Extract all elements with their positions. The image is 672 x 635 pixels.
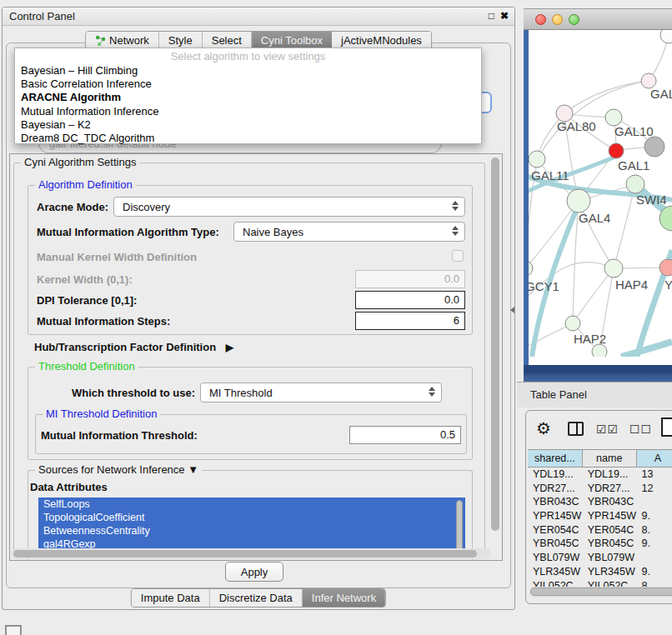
table-cell bbox=[637, 551, 672, 565]
network-edge[interactable] bbox=[573, 268, 614, 323]
spinner-arrows-icon bbox=[452, 226, 459, 236]
attribute-item-selfloops[interactable]: SelfLoops bbox=[38, 498, 465, 511]
hub-definition-expander[interactable]: Hub/Transcription Factor Definition ▶ bbox=[34, 341, 233, 353]
network-node[interactable] bbox=[626, 175, 644, 193]
tab-select[interactable]: Select bbox=[203, 32, 252, 49]
table-cell: YBR043C bbox=[528, 495, 583, 509]
mi-type-value: Naive Bayes bbox=[243, 226, 303, 238]
which-threshold-select[interactable]: MI Threshold bbox=[200, 382, 442, 402]
table-row[interactable]: YPR145WYPR145W9. bbox=[528, 509, 672, 523]
tab-style[interactable]: Style bbox=[159, 32, 203, 49]
table-row[interactable]: YER054CYER054C8. bbox=[528, 523, 672, 538]
network-node[interactable] bbox=[609, 143, 624, 158]
attribute-list-scrollbar[interactable] bbox=[456, 500, 464, 552]
network-node[interactable] bbox=[604, 259, 623, 278]
node-label-y: Y bbox=[664, 278, 672, 292]
network-node[interactable] bbox=[659, 259, 672, 276]
table-row[interactable]: YLR345WYLR345W9. bbox=[528, 565, 672, 579]
table-horizontal-scrollbar[interactable] bbox=[529, 587, 672, 597]
algorithm-option-dream8-dc-tdc-algorithm[interactable]: Dream8 DC_TDC Algorithm bbox=[15, 132, 481, 145]
columns-icon[interactable] bbox=[568, 422, 584, 436]
float-window-icon[interactable]: □ bbox=[489, 10, 494, 22]
expand-right-icon: ▶ bbox=[226, 342, 233, 353]
network-node[interactable] bbox=[565, 316, 580, 331]
algorithm-option-aracne-algorithm[interactable]: ARACNE Algorithm bbox=[15, 91, 481, 104]
network-node[interactable] bbox=[660, 30, 672, 43]
mi-type-select[interactable]: Naive Bayes bbox=[233, 222, 465, 242]
mi-steps-field[interactable]: 6 bbox=[355, 312, 465, 330]
algorithm-option-basic-correlation-inference[interactable]: Basic Correlation Inference bbox=[15, 78, 481, 91]
algorithm-option-mutual-information-inference[interactable]: Mutual Information Inference bbox=[15, 105, 481, 118]
settings-vertical-scrollbar[interactable] bbox=[489, 155, 501, 549]
kernel-width-field[interactable]: 0.0 bbox=[355, 270, 465, 288]
threshold-definition-group: Threshold Definition Which threshold to … bbox=[28, 367, 473, 460]
table-cell: YBR045C bbox=[528, 537, 583, 551]
algorithm-definition-title: Algorithm Definition bbox=[35, 178, 136, 191]
aracne-mode-label: Aracne Mode: bbox=[37, 201, 108, 213]
table-row[interactable]: YBL079WYBL079W bbox=[528, 551, 672, 565]
aracne-mode-select[interactable]: Discovery bbox=[113, 197, 465, 217]
table-cell: YDL19... bbox=[528, 468, 583, 482]
attribute-item-topologicalcoefficient[interactable]: TopologicalCoefficient bbox=[38, 511, 465, 524]
network-edge[interactable] bbox=[564, 81, 649, 113]
tab-infer-network[interactable]: Infer Network bbox=[303, 589, 385, 607]
threshold-definition-title: Threshold Definition bbox=[35, 360, 138, 372]
mi-threshold-field[interactable]: 0.5 bbox=[349, 426, 461, 444]
column-header-name[interactable]: name bbox=[583, 450, 637, 467]
deselect-all-checkboxes-icon[interactable]: ☐☐ bbox=[629, 422, 652, 436]
table-row[interactable]: YBR043CYBR043C bbox=[528, 495, 672, 509]
minimized-panel-icon[interactable] bbox=[5, 625, 22, 635]
tab-label: Infer Network bbox=[312, 592, 376, 604]
gear-icon[interactable]: ⚙ bbox=[536, 418, 551, 438]
tab-label: Network bbox=[109, 34, 149, 47]
tab-discretize-data[interactable]: Discretize Data bbox=[210, 589, 303, 607]
tab-network[interactable]: Network bbox=[86, 32, 159, 49]
dpi-tolerance-label: DPI Tolerance [0,1]: bbox=[37, 294, 137, 307]
network-graph[interactable]: GALGAL80GAL10GAL1GAL11SWI4GAL4GCY1HAP4YH… bbox=[529, 30, 672, 357]
attribute-item-betweennesscentrality[interactable]: BetweennessCentrality bbox=[38, 524, 465, 538]
algorithm-option-bayesian-k2[interactable]: Bayesian – K2 bbox=[15, 118, 481, 132]
minimize-traffic-light-icon[interactable] bbox=[552, 14, 563, 25]
new-table-icon[interactable] bbox=[661, 418, 672, 437]
node-table[interactable]: shared...nameAYDL19...YDL19...13YDR27...… bbox=[528, 449, 672, 603]
network-window-frame-bottom bbox=[524, 365, 672, 373]
tab-jactivemnodules[interactable]: jActiveMNodules bbox=[332, 32, 431, 49]
manual-kernel-checkbox[interactable] bbox=[452, 250, 464, 262]
zoom-traffic-light-icon[interactable] bbox=[569, 14, 579, 25]
network-node[interactable] bbox=[605, 109, 622, 126]
close-icon[interactable]: ✖ bbox=[500, 10, 509, 22]
network-node[interactable] bbox=[567, 189, 590, 212]
algorithm-option-bayesian-hill-climbing[interactable]: Bayesian – Hill Climbing bbox=[15, 64, 481, 78]
split-collapse-arrow-icon[interactable] bbox=[510, 307, 514, 313]
network-edge[interactable] bbox=[621, 342, 672, 357]
algorithm-definition-group: Algorithm Definition Aracne Mode: Discov… bbox=[28, 185, 473, 335]
column-header-a[interactable]: A bbox=[637, 450, 672, 467]
table-row[interactable]: YDR27...YDR27...12 bbox=[528, 482, 672, 496]
table-cell: YDR27... bbox=[583, 482, 637, 496]
network-canvas[interactable]: GALGAL80GAL10GAL1GAL11SWI4GAL4GCY1HAP4YH… bbox=[529, 30, 672, 365]
data-attributes-list[interactable]: SelfLoopsTopologicalCoefficientBetweenne… bbox=[38, 498, 465, 554]
network-edge[interactable] bbox=[529, 201, 579, 268]
table-panel-body: ⚙ ☑☑ ☐☐ shared...nameAYDL19...YDL19...13… bbox=[525, 410, 672, 604]
table-row[interactable]: YDL19...YDL19...13 bbox=[528, 468, 672, 482]
network-node[interactable] bbox=[529, 261, 533, 276]
network-window-titlebar[interactable] bbox=[524, 8, 672, 30]
network-node[interactable] bbox=[644, 137, 664, 157]
network-node[interactable] bbox=[529, 151, 545, 168]
close-traffic-light-icon[interactable] bbox=[535, 14, 546, 25]
cyni-algorithm-settings-group: Cyni Algorithm Settings Algorithm Defini… bbox=[13, 162, 485, 554]
tab-impute-data[interactable]: Impute Data bbox=[132, 589, 210, 607]
tab-cyni-toolbox[interactable]: Cyni Toolbox bbox=[252, 32, 332, 49]
collapse-down-icon[interactable]: ▼ bbox=[188, 463, 198, 476]
which-threshold-value: MI Threshold bbox=[209, 387, 273, 399]
settings-horizontal-scrollbar[interactable] bbox=[11, 548, 491, 559]
node-label-gal1: GAL1 bbox=[618, 158, 649, 172]
apply-button[interactable]: Apply bbox=[225, 562, 283, 582]
table-row[interactable]: YBR045CYBR045C9. bbox=[528, 537, 672, 551]
column-header-shared[interactable]: shared... bbox=[528, 450, 583, 467]
node-label-gal10: GAL10 bbox=[614, 124, 654, 138]
network-node[interactable] bbox=[592, 344, 607, 357]
dpi-tolerance-field[interactable]: 0.0 bbox=[355, 291, 465, 309]
select-all-checkboxes-icon[interactable]: ☑☑ bbox=[596, 422, 619, 436]
desktop-background bbox=[524, 373, 672, 382]
